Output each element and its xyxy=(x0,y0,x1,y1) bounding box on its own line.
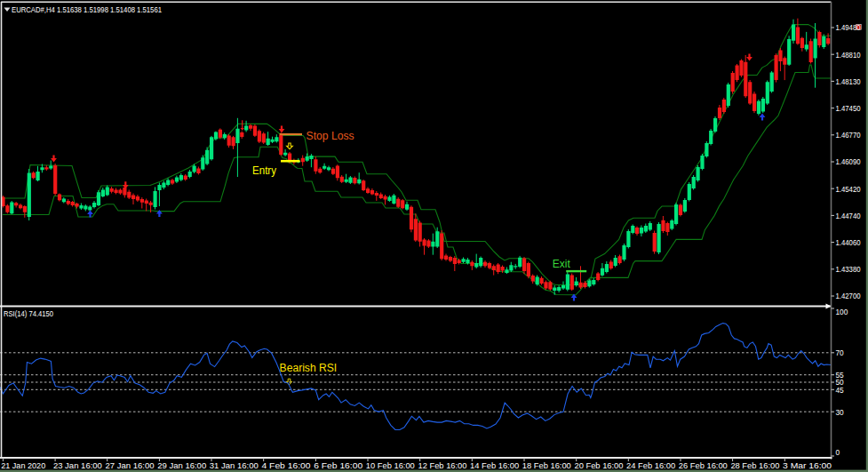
svg-text:26 Feb 16:00: 26 Feb 16:00 xyxy=(679,460,728,470)
svg-text:24 Feb 16:00: 24 Feb 16:00 xyxy=(626,460,675,470)
svg-text:4 Feb 16:00: 4 Feb 16:00 xyxy=(262,460,311,470)
svg-text:31 Jan 16:00: 31 Jan 16:00 xyxy=(210,460,259,470)
svg-text:3 Mar 16:00: 3 Mar 16:00 xyxy=(783,460,832,470)
svg-text:1.49480: 1.49480 xyxy=(836,22,861,32)
svg-text:1.48130: 1.48130 xyxy=(836,76,861,86)
svg-text:0: 0 xyxy=(836,447,840,457)
svg-text:100: 100 xyxy=(836,307,848,316)
svg-text:1.44060: 1.44060 xyxy=(836,237,861,247)
svg-text:12 Feb 16:00: 12 Feb 16:00 xyxy=(418,460,467,470)
svg-text:18 Feb 16:00: 18 Feb 16:00 xyxy=(522,460,571,470)
svg-text:1.43380: 1.43380 xyxy=(836,264,861,274)
svg-text:23 Jan 16:00: 23 Jan 16:00 xyxy=(53,460,102,470)
svg-text:14 Feb 16:00: 14 Feb 16:00 xyxy=(470,460,519,470)
svg-text:1.42700: 1.42700 xyxy=(836,291,861,300)
svg-text:1.48810: 1.48810 xyxy=(836,50,861,60)
svg-text:1.46770: 1.46770 xyxy=(836,130,861,140)
svg-text:1.47450: 1.47450 xyxy=(836,103,861,113)
svg-text:Bearish RSI: Bearish RSI xyxy=(280,362,338,374)
svg-text:29 Jan 16:00: 29 Jan 16:00 xyxy=(157,460,206,470)
svg-text:EURCAD#,H4 1.51638 1.51998 1.: EURCAD#,H4 1.51638 1.51998 1.51408 1.515… xyxy=(12,4,162,14)
svg-text:Stop Loss: Stop Loss xyxy=(307,130,354,142)
svg-text:10 Feb 16:00: 10 Feb 16:00 xyxy=(366,460,415,470)
svg-text:Entry: Entry xyxy=(252,164,277,177)
svg-text:70: 70 xyxy=(836,348,844,357)
svg-text:1.44740: 1.44740 xyxy=(836,211,861,220)
svg-text:30: 30 xyxy=(836,407,844,417)
svg-text:Exit: Exit xyxy=(553,258,570,270)
svg-text:1.45420: 1.45420 xyxy=(836,184,861,194)
svg-text:27 Jan 16:00: 27 Jan 16:00 xyxy=(106,460,155,470)
svg-text:28 Feb 16:00: 28 Feb 16:00 xyxy=(730,460,779,470)
svg-text:1.46090: 1.46090 xyxy=(836,156,861,166)
svg-text:21 Jan 2020: 21 Jan 2020 xyxy=(1,460,45,470)
svg-text:6 Feb 16:00: 6 Feb 16:00 xyxy=(314,460,362,470)
svg-text:45: 45 xyxy=(836,385,844,395)
svg-text:20 Feb 16:00: 20 Feb 16:00 xyxy=(575,460,624,470)
svg-text:RSI(14) 74.4150: RSI(14) 74.4150 xyxy=(4,308,53,318)
